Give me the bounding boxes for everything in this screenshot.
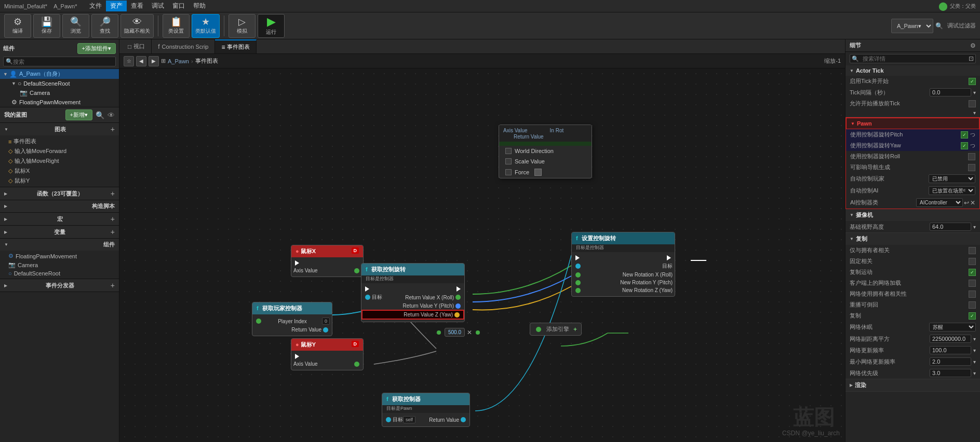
pawn-yaw-undo[interactable]: つ: [970, 142, 975, 149]
nav-star-btn[interactable]: ☆: [124, 56, 134, 66]
tick-prebegin-checkbox[interactable]: [969, 100, 976, 107]
actor-tick-header[interactable]: ▼ Actor Tick: [845, 65, 980, 76]
rep-min-update-input[interactable]: [930, 357, 971, 366]
bp-item-moveright[interactable]: ◇ 输入轴MoveRight: [0, 156, 119, 166]
bp-item-event-graph[interactable]: ≡ 事件图表: [0, 136, 119, 146]
pawn-section-header[interactable]: ▼ Pawn: [846, 118, 979, 129]
context-item-scalevalue[interactable]: Scale Value: [499, 156, 592, 167]
find-button[interactable]: 🔎 查找: [91, 14, 118, 38]
add-impulse-node[interactable]: 添加引擎 +: [530, 323, 582, 336]
tree-item-camera[interactable]: 📷 Camera: [0, 88, 119, 98]
event-dispatcher-add-btn[interactable]: +: [111, 281, 115, 289]
bp-item-defaultsceneroot2[interactable]: ○ DefaultSceneRoot: [0, 269, 119, 278]
nav-fwd-btn[interactable]: ▶: [149, 56, 159, 66]
pawn-nav-checkbox[interactable]: [968, 164, 975, 171]
pawn-yaw-checkbox[interactable]: ✓: [961, 142, 968, 149]
menu-help[interactable]: 帮助: [189, 1, 210, 11]
bp-item-mousex[interactable]: ◇ 鼠标X: [0, 166, 119, 176]
tree-item-defaultsceneroot[interactable]: ▼ ○ DefaultSceneRoot: [0, 79, 119, 88]
class-settings-button[interactable]: 📋 类设置: [163, 14, 190, 38]
class-defaults-button[interactable]: ★ 类默认值: [192, 14, 220, 38]
rep-priority-dropdown[interactable]: ▾: [973, 370, 976, 376]
new-button[interactable]: +新增▾: [65, 109, 92, 120]
camera-section-header[interactable]: ▼ 摄像机: [845, 209, 980, 221]
menu-debug[interactable]: 调试: [147, 1, 168, 11]
breadcrumb-root[interactable]: A_Pawn: [168, 58, 189, 64]
mouse-y-node[interactable]: ● 鼠标Y D Axis Value: [291, 338, 364, 370]
pawn-ai-controller-select[interactable]: AIController: [916, 198, 963, 207]
pawn-ai-controller-goto[interactable]: ↩: [964, 199, 969, 206]
actor-tick-collapse[interactable]: ▾: [845, 109, 980, 117]
menu-view[interactable]: 查看: [127, 1, 147, 11]
variable-add-btn[interactable]: +: [111, 228, 115, 236]
function-add-btn[interactable]: +: [111, 189, 115, 198]
construct-section-header[interactable]: ▶ 构造脚本: [0, 200, 119, 212]
camera-fov-dropdown[interactable]: ▾: [973, 224, 976, 230]
rep-min-update-dropdown[interactable]: ▾: [973, 359, 976, 365]
right-search-box[interactable]: 🔍 ⊡: [850, 54, 976, 63]
graph-add-btn[interactable]: +: [111, 125, 115, 133]
right-search-input[interactable]: [861, 54, 967, 63]
render-section-header[interactable]: ▶ 渲染: [845, 379, 980, 391]
event-dispatcher-header[interactable]: ▶ 事件分发器 +: [0, 279, 119, 292]
run-button[interactable]: ▶ 运行: [258, 14, 285, 38]
graph-section-header[interactable]: ▼ 图表 +: [0, 123, 119, 135]
component-search-input[interactable]: [13, 59, 113, 65]
menu-window[interactable]: 窗口: [168, 1, 189, 11]
tree-item-floatingpawn[interactable]: ⚙ FloatingPawnMovement: [0, 98, 119, 107]
rep-net-owner-checkbox[interactable]: [969, 291, 976, 298]
rep-priority-input[interactable]: [930, 369, 971, 377]
rep-sleep-select[interactable]: 苏醒: [929, 323, 976, 332]
save-button[interactable]: 💾 保存: [33, 14, 60, 38]
pawn-auto-player-select[interactable]: 已禁用: [929, 174, 975, 183]
right-search-extra-btn[interactable]: ⊡: [967, 55, 975, 62]
set-control-rot-node[interactable]: f 设置控制旋转 目标是控制器 目标 N: [571, 232, 675, 297]
debug-dropdown[interactable]: A_Pawn▾: [891, 19, 933, 33]
tab-construction[interactable]: f Construction Scrip: [152, 39, 215, 53]
simulate-button[interactable]: ▷ 模拟: [229, 14, 256, 38]
pawn-ai-controller-clear[interactable]: ✕: [970, 199, 975, 206]
variable-section-header[interactable]: ▶ 变量 +: [0, 226, 119, 238]
rep-net-load-checkbox[interactable]: [969, 280, 976, 287]
rep-update-dropdown[interactable]: ▾: [973, 348, 976, 353]
bp-item-mousey[interactable]: ◇ 鼠标Y: [0, 176, 119, 186]
pawn-pitch-undo[interactable]: つ: [970, 131, 975, 139]
rep-update-input[interactable]: [930, 346, 971, 354]
nav-back-btn[interactable]: ◀: [136, 56, 146, 66]
macro-add-btn[interactable]: +: [111, 215, 115, 223]
rep-always-checkbox[interactable]: [969, 258, 976, 265]
rep-rewind-checkbox[interactable]: [969, 301, 976, 309]
macro-section-header[interactable]: ▶ 宏 +: [0, 213, 119, 225]
rep-replicate-checkbox[interactable]: ✓: [969, 312, 976, 320]
rep-owner-only-checkbox[interactable]: [969, 247, 976, 254]
compile-button[interactable]: ⚙ 编译: [4, 14, 31, 38]
bp-item-camera2[interactable]: 📷 Camera: [0, 260, 119, 269]
tab-event-graph[interactable]: ≡ 事件图表: [215, 39, 257, 53]
camera-fov-input[interactable]: [930, 223, 971, 231]
tick-interval-input[interactable]: [930, 88, 971, 96]
add-component-button[interactable]: +添加组件▾: [77, 43, 116, 54]
replicate-section-header[interactable]: ▼ 复制: [845, 233, 980, 245]
rep-distance-dropdown[interactable]: ▾: [973, 336, 976, 342]
component-search-box[interactable]: 🔍: [3, 57, 116, 66]
menu-file[interactable]: 文件: [85, 1, 106, 11]
tick-interval-dropdown-icon[interactable]: ▾: [973, 90, 976, 95]
mouse-x-node[interactable]: ● 鼠标X D Axis Value: [291, 245, 364, 277]
hide-unrelated-button[interactable]: 👁 隐藏不相关: [120, 14, 154, 38]
pawn-roll-checkbox[interactable]: [968, 153, 975, 160]
rep-distance-input[interactable]: [930, 335, 971, 343]
get-player-controller-node[interactable]: f 获取玩家控制器 Player Index 0 Return Value: [252, 302, 332, 336]
browse-button[interactable]: 🔍 浏览: [62, 14, 89, 38]
bp-item-moveforward[interactable]: ◇ 输入轴MoveForward: [0, 146, 119, 156]
tree-item-apawn[interactable]: ▼ 👤 A_Pawn（自身）: [0, 69, 119, 79]
pawn-auto-ai-select[interactable]: 已放置在场景中: [929, 186, 975, 195]
pawn-pitch-checkbox[interactable]: ✓: [961, 131, 968, 139]
menu-asset[interactable]: 资产: [106, 1, 127, 11]
tab-viewport[interactable]: □ 视口: [122, 39, 152, 53]
component-bp-section-header[interactable]: ▼ 组件: [0, 239, 119, 251]
context-item-worlddir[interactable]: World Direction: [499, 146, 592, 156]
get-control-rot-node[interactable]: f 获取控制旋转 目标是控制器 目标 Return Value X (Roll): [361, 263, 465, 322]
bp-item-floatingpawn[interactable]: ⚙ FloatingPawnMovement: [0, 252, 119, 260]
rep-movement-checkbox[interactable]: ✓: [969, 269, 976, 276]
bp-canvas[interactable]: Axis Value In Rot Return Value World Dir…: [119, 68, 845, 442]
